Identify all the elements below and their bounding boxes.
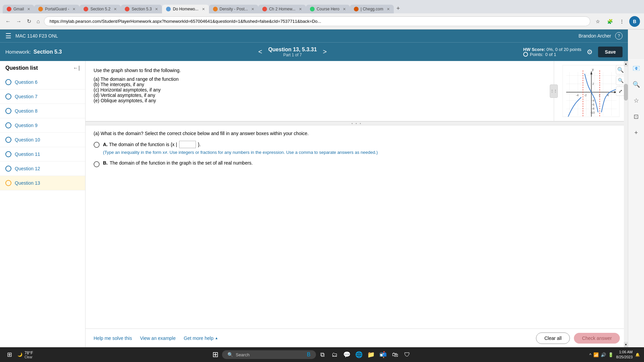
- option-a-radio[interactable]: [94, 142, 100, 148]
- help-icon[interactable]: ?: [615, 32, 623, 40]
- taskbar-datetime[interactable]: 1:06 AM 8/25/2023: [616, 350, 633, 360]
- section52-favicon: [84, 7, 88, 11]
- add-tab-button[interactable]: +: [394, 4, 403, 13]
- search-edge-icon[interactable]: 🔍: [631, 79, 642, 90]
- clear-all-button[interactable]: Clear all: [536, 333, 570, 344]
- scroll-down-btn[interactable]: ▼: [624, 342, 628, 347]
- reload-button[interactable]: ↻: [25, 17, 33, 26]
- settings-browser-icon[interactable]: ⋮: [617, 17, 627, 26]
- question-instructions: Use the graph shown to find the followin…: [94, 68, 546, 73]
- extensions-icon[interactable]: 🧩: [605, 17, 614, 26]
- sidebar-item-q9[interactable]: Question 9: [0, 118, 85, 133]
- split-icon[interactable]: ⊡: [631, 111, 642, 122]
- tab-coursehero-close[interactable]: ✕: [343, 7, 346, 11]
- tab-dohomework[interactable]: Do Homewo... ✕: [162, 5, 209, 13]
- check-answer-button[interactable]: Check answer: [574, 333, 620, 344]
- svg-text:-4: -4: [592, 99, 594, 102]
- sidebar-item-q12[interactable]: Question 12: [0, 162, 85, 176]
- tab-coursehero[interactable]: Course Hero ✕: [306, 5, 350, 13]
- windows-start-icon[interactable]: ⊞: [4, 349, 15, 360]
- tab-section52[interactable]: Section 5.2 ✕: [79, 5, 121, 13]
- taskbar-explorer-icon[interactable]: 📁: [366, 349, 376, 360]
- q11-radio-icon: [5, 151, 11, 157]
- tab-chegg-close[interactable]: ✕: [387, 7, 390, 11]
- battery-icon[interactable]: 🔋: [608, 352, 613, 357]
- option-b-radio[interactable]: [94, 161, 100, 167]
- view-example-button[interactable]: View an example: [140, 336, 175, 341]
- gmail-favicon: [7, 7, 11, 11]
- option-a-bracket: }.: [198, 142, 201, 147]
- density-favicon: [213, 7, 218, 11]
- taskbar-mail-icon[interactable]: 📬: [378, 349, 388, 360]
- tab-bar: Gmail ✕ PortalGuard - ✕ Section 5.2 ✕ Se…: [0, 0, 644, 13]
- tab-chegg-label: | Chegg.com: [361, 7, 383, 11]
- taskbar-edge-icon[interactable]: 🌐: [354, 349, 364, 360]
- taskbar-store-icon[interactable]: 🛍: [390, 349, 400, 360]
- tab-ch2homework-close[interactable]: ✕: [299, 7, 302, 11]
- tab-portalguard-close[interactable]: ✕: [72, 7, 75, 11]
- sidebar-item-q7[interactable]: Question 7: [0, 89, 85, 104]
- prev-question-button[interactable]: <: [256, 47, 265, 57]
- tab-dohomework-close[interactable]: ✕: [202, 7, 205, 11]
- tab-gmail[interactable]: Gmail ✕: [3, 5, 34, 13]
- tab-density-close[interactable]: ✕: [251, 7, 254, 11]
- function-graph: x y -4 -2 2 4 2 -4 -6 -8 -10: [562, 65, 620, 117]
- bottom-toolbar: Help me solve this View an example Get m…: [86, 328, 628, 347]
- back-button[interactable]: ←: [4, 17, 12, 26]
- tab-section53-close[interactable]: ✕: [155, 7, 158, 11]
- bing-icon: B: [307, 352, 311, 358]
- next-question-button[interactable]: >: [320, 47, 330, 57]
- tab-section53[interactable]: Section 5.3 ✕: [121, 5, 162, 13]
- sidebar-item-q13[interactable]: Question 13: [0, 176, 85, 190]
- taskbar-search-label: Search: [236, 352, 250, 357]
- tab-gmail-close[interactable]: ✕: [27, 7, 30, 11]
- svg-text:-10: -10: [590, 111, 595, 114]
- sidebar-item-q8[interactable]: Question 8: [0, 104, 85, 118]
- get-more-help-button[interactable]: Get more help: [184, 336, 214, 341]
- scroll-track[interactable]: ▲ ▼: [624, 61, 628, 347]
- forward-button[interactable]: →: [15, 17, 23, 26]
- option-a-input[interactable]: [179, 141, 196, 148]
- question-list-sidebar: Question list ←| Question 6 Question 7 Q…: [0, 61, 86, 347]
- sidebar-header: Question list ←|: [0, 61, 85, 75]
- dohomework-favicon: [166, 7, 171, 11]
- resize-handle-horizontal[interactable]: • • •: [86, 121, 628, 125]
- taskbar-task-view-icon[interactable]: ⧉: [317, 349, 328, 360]
- network-icon[interactable]: 📶: [593, 352, 599, 357]
- volume-icon[interactable]: 🔊: [601, 352, 606, 357]
- collections-icon[interactable]: ☆: [631, 95, 642, 106]
- tab-ch2homework[interactable]: Ch 2 Homew... ✕: [258, 5, 306, 13]
- scroll-up-btn[interactable]: ▲: [624, 61, 628, 66]
- home-button[interactable]: ⌂: [35, 17, 41, 26]
- q9-label: Question 9: [15, 123, 38, 128]
- taskbar-antivirus-icon[interactable]: 🛡: [402, 349, 413, 360]
- option-b-label: B.: [103, 160, 108, 166]
- q6-label: Question 6: [15, 79, 38, 85]
- taskbar-windows-icon[interactable]: ⊞: [210, 349, 221, 360]
- sidebar-item-q6[interactable]: Question 6: [0, 75, 85, 89]
- app-top-bar: ☰ MAC 1140 F23 ONL Brandon Archer ?: [0, 29, 628, 42]
- save-button[interactable]: Save: [598, 47, 623, 57]
- taskbar-widgets-icon[interactable]: 🗂: [329, 349, 340, 360]
- sidebar-item-q11[interactable]: Question 11: [0, 147, 85, 162]
- notification-icon[interactable]: 🔔: [635, 353, 640, 357]
- tab-density[interactable]: Density - Post... ✕: [209, 5, 259, 13]
- hamburger-icon[interactable]: ☰: [5, 32, 11, 40]
- taskbar-search-container[interactable]: 🔍 Search B: [222, 350, 316, 359]
- profile-button[interactable]: B: [629, 16, 640, 27]
- address-input[interactable]: [44, 16, 590, 26]
- add-icon[interactable]: +: [631, 127, 642, 138]
- help-me-solve-button[interactable]: Help me solve this: [94, 336, 132, 341]
- taskbar-chat-icon[interactable]: 💬: [341, 349, 352, 360]
- outlook-icon[interactable]: 📧: [631, 63, 642, 74]
- points-value: 0 of 1: [545, 52, 556, 57]
- right-edge-toolbar: 📧 🔍 ☆ ⊡ + ⚙: [628, 59, 644, 362]
- tab-section52-close[interactable]: ✕: [114, 7, 117, 11]
- settings-button[interactable]: ⚙: [587, 48, 593, 56]
- sidebar-item-q10[interactable]: Question 10: [0, 133, 85, 147]
- tab-portalguard[interactable]: PortalGuard - ✕: [34, 5, 79, 13]
- collapse-sidebar-button[interactable]: ←|: [73, 65, 80, 71]
- caret-icon[interactable]: ^: [589, 352, 591, 357]
- tab-chegg[interactable]: | Chegg.com ✕: [350, 5, 394, 13]
- bookmark-icon[interactable]: ☆: [593, 17, 602, 26]
